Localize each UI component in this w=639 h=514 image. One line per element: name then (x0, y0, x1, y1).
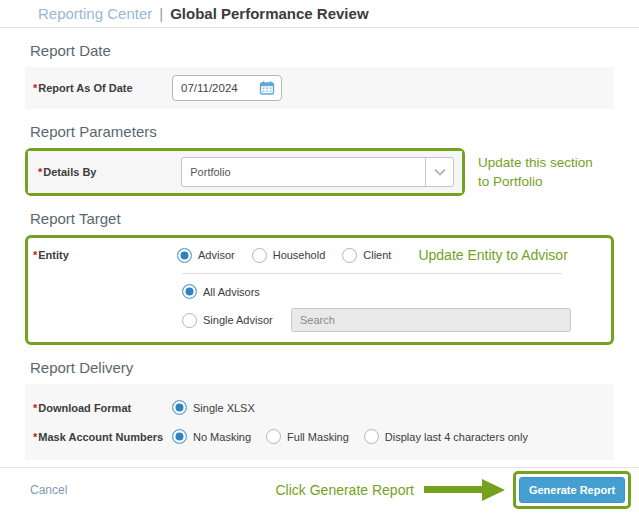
radio-button-icon[interactable] (177, 248, 192, 263)
radio-button-icon[interactable] (182, 313, 197, 328)
breadcrumb-separator: | (159, 5, 163, 22)
breadcrumb[interactable]: Reporting Center (38, 5, 152, 22)
required-mark: * (33, 402, 37, 414)
required-mark: * (38, 166, 42, 178)
page-header: Reporting Center | Global Performance Re… (0, 0, 639, 28)
radio-no-masking[interactable]: No Masking (172, 429, 251, 444)
annotation-update-to-portfolio: Update this section to Portfolio (478, 153, 593, 191)
chevron-down-icon[interactable] (425, 158, 453, 186)
section-heading-report-date: Report Date (30, 42, 639, 59)
details-by-label: *Details By (33, 166, 181, 178)
details-by-selected-value: Portfolio (182, 158, 425, 186)
radio-button-icon[interactable] (364, 429, 379, 444)
radio-single-xlsx[interactable]: Single XLSX (172, 400, 255, 415)
annotation-update-entity: Update Entity to Advisor (418, 247, 567, 263)
page-title: Global Performance Review (170, 5, 368, 22)
radio-button-icon[interactable] (172, 429, 187, 444)
annotation-box-generate-button: Generate Report (513, 471, 631, 509)
section-heading-report-target: Report Target (30, 210, 639, 227)
section-heading-report-delivery: Report Delivery (30, 359, 639, 376)
annotation-click-generate: Click Generate Report (275, 482, 414, 498)
radio-display-last-4[interactable]: Display last 4 characters only (364, 429, 528, 444)
advisor-search-input[interactable]: Search (291, 308, 571, 332)
report-date-band: *Report As Of Date 07/11/2024 (25, 67, 614, 109)
target-divider (182, 273, 562, 274)
required-mark: * (33, 249, 37, 261)
radio-button-icon[interactable] (252, 248, 267, 263)
radio-all-advisors[interactable]: All Advisors (182, 284, 611, 299)
required-mark: * (33, 431, 37, 443)
radio-entity-household[interactable]: Household (252, 248, 326, 263)
radio-button-icon[interactable] (342, 248, 357, 263)
radio-button-icon[interactable] (172, 400, 187, 415)
report-as-of-date-label: *Report As Of Date (25, 82, 172, 94)
arrow-right-annotation-icon (424, 479, 505, 501)
entity-label: *Entity (28, 249, 177, 261)
reporting-center-page: Reporting Center | Global Performance Re… (0, 0, 639, 514)
cancel-link[interactable]: Cancel (30, 483, 67, 497)
annotation-box-details-by: *Details By Portfolio (25, 148, 465, 196)
mask-account-numbers-label: *Mask Account Numbers (25, 431, 172, 443)
details-by-select[interactable]: Portfolio (181, 157, 454, 187)
radio-single-advisor[interactable]: Single Advisor Search (182, 308, 611, 332)
annotation-box-report-target: *Entity Advisor Household Client Update … (25, 235, 614, 345)
report-as-of-date-input[interactable]: 07/11/2024 (172, 75, 282, 101)
date-value: 07/11/2024 (181, 82, 238, 94)
radio-button-icon[interactable] (182, 284, 197, 299)
calendar-icon[interactable] (259, 80, 275, 96)
report-delivery-band: *Download Format Single XLSX *Mask Accou… (25, 384, 614, 460)
generate-report-button[interactable]: Generate Report (519, 477, 625, 503)
section-heading-report-parameters: Report Parameters (30, 123, 639, 140)
radio-entity-advisor[interactable]: Advisor (177, 248, 235, 263)
download-format-label: *Download Format (25, 402, 172, 414)
radio-full-masking[interactable]: Full Masking (266, 429, 349, 444)
radio-entity-client[interactable]: Client (342, 248, 391, 263)
radio-button-icon[interactable] (266, 429, 281, 444)
required-mark: * (33, 82, 37, 94)
form-footer: Cancel Click Generate Report Generate Re… (0, 467, 639, 511)
